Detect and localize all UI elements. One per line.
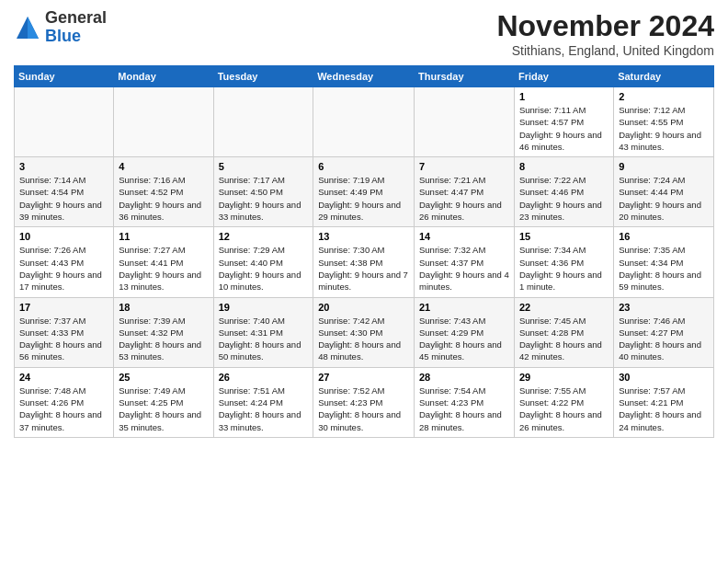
day-number: 19 (219, 302, 309, 313)
day-info: Sunrise: 7:17 AMSunset: 4:50 PMDaylight:… (219, 174, 309, 223)
calendar-cell: 21Sunrise: 7:43 AMSunset: 4:29 PMDayligh… (415, 297, 515, 367)
calendar-cell: 26Sunrise: 7:51 AMSunset: 4:24 PMDayligh… (213, 367, 313, 437)
day-info: Sunrise: 7:26 AMSunset: 4:43 PMDaylight:… (19, 244, 108, 293)
calendar-cell: 11Sunrise: 7:27 AMSunset: 4:41 PMDayligh… (114, 227, 213, 297)
calendar-cell: 6Sunrise: 7:19 AMSunset: 4:49 PMDaylight… (313, 157, 415, 227)
day-number: 8 (519, 161, 609, 172)
day-info: Sunrise: 7:32 AMSunset: 4:37 PMDaylight:… (419, 244, 509, 293)
calendar-cell: 13Sunrise: 7:30 AMSunset: 4:38 PMDayligh… (313, 227, 415, 297)
calendar-body: 1Sunrise: 7:11 AMSunset: 4:57 PMDaylight… (15, 87, 714, 438)
day-info: Sunrise: 7:34 AMSunset: 4:36 PMDaylight:… (519, 244, 609, 293)
calendar-cell: 7Sunrise: 7:21 AMSunset: 4:47 PMDaylight… (415, 157, 515, 227)
day-number: 22 (519, 302, 609, 313)
calendar-cell: 18Sunrise: 7:39 AMSunset: 4:32 PMDayligh… (114, 297, 213, 367)
day-number: 29 (519, 372, 609, 383)
calendar-cell (313, 87, 415, 157)
day-number: 9 (619, 161, 709, 172)
day-info: Sunrise: 7:54 AMSunset: 4:23 PMDaylight:… (419, 385, 509, 433)
day-info: Sunrise: 7:12 AMSunset: 4:55 PMDaylight:… (619, 104, 709, 153)
day-info: Sunrise: 7:27 AMSunset: 4:41 PMDaylight:… (119, 244, 208, 293)
day-number: 4 (119, 161, 208, 172)
day-number: 28 (419, 372, 509, 383)
calendar-cell: 28Sunrise: 7:54 AMSunset: 4:23 PMDayligh… (415, 367, 515, 437)
day-info: Sunrise: 7:21 AMSunset: 4:47 PMDaylight:… (419, 174, 509, 223)
day-number: 30 (619, 372, 709, 383)
day-number: 17 (19, 302, 108, 313)
day-number: 6 (318, 161, 409, 172)
day-info: Sunrise: 7:43 AMSunset: 4:29 PMDaylight:… (419, 315, 509, 363)
day-info: Sunrise: 7:35 AMSunset: 4:34 PMDaylight:… (619, 244, 709, 293)
day-number: 14 (419, 231, 509, 242)
day-info: Sunrise: 7:22 AMSunset: 4:46 PMDaylight:… (519, 174, 609, 223)
calendar-cell: 30Sunrise: 7:57 AMSunset: 4:21 PMDayligh… (614, 367, 714, 437)
day-of-week-header: Sunday (15, 66, 114, 87)
calendar-cell: 10Sunrise: 7:26 AMSunset: 4:43 PMDayligh… (15, 227, 114, 297)
calendar-week-row: 1Sunrise: 7:11 AMSunset: 4:57 PMDaylight… (15, 87, 714, 157)
day-number: 2 (619, 91, 709, 102)
calendar-week-row: 3Sunrise: 7:14 AMSunset: 4:54 PMDaylight… (15, 157, 714, 227)
day-number: 11 (119, 231, 208, 242)
day-of-week-header: Thursday (415, 66, 515, 87)
calendar-cell: 19Sunrise: 7:40 AMSunset: 4:31 PMDayligh… (213, 297, 313, 367)
day-info: Sunrise: 7:45 AMSunset: 4:28 PMDaylight:… (519, 315, 609, 363)
calendar-cell: 22Sunrise: 7:45 AMSunset: 4:28 PMDayligh… (514, 297, 613, 367)
logo-general: General (45, 9, 107, 28)
calendar-cell (415, 87, 515, 157)
day-info: Sunrise: 7:29 AMSunset: 4:40 PMDaylight:… (219, 244, 309, 293)
day-info: Sunrise: 7:57 AMSunset: 4:21 PMDaylight:… (619, 385, 709, 433)
logo-icon (14, 14, 41, 41)
day-number: 12 (219, 231, 309, 242)
day-number: 20 (318, 302, 409, 313)
day-info: Sunrise: 7:42 AMSunset: 4:30 PMDaylight:… (318, 315, 409, 363)
day-info: Sunrise: 7:30 AMSunset: 4:38 PMDaylight:… (318, 244, 409, 293)
day-info: Sunrise: 7:55 AMSunset: 4:22 PMDaylight:… (519, 385, 609, 433)
calendar-header: SundayMondayTuesdayWednesdayThursdayFrid… (15, 66, 714, 87)
calendar-cell: 23Sunrise: 7:46 AMSunset: 4:27 PMDayligh… (614, 297, 714, 367)
calendar-cell: 5Sunrise: 7:17 AMSunset: 4:50 PMDaylight… (213, 157, 313, 227)
calendar-week-row: 17Sunrise: 7:37 AMSunset: 4:33 PMDayligh… (15, 297, 714, 367)
day-number: 7 (419, 161, 509, 172)
calendar-cell: 24Sunrise: 7:48 AMSunset: 4:26 PMDayligh… (15, 367, 114, 437)
calendar-cell (15, 87, 114, 157)
day-number: 10 (19, 231, 108, 242)
calendar-cell: 3Sunrise: 7:14 AMSunset: 4:54 PMDaylight… (15, 157, 114, 227)
day-info: Sunrise: 7:48 AMSunset: 4:26 PMDaylight:… (19, 385, 108, 433)
day-info: Sunrise: 7:49 AMSunset: 4:25 PMDaylight:… (119, 385, 208, 433)
day-of-week-header: Tuesday (213, 66, 313, 87)
day-info: Sunrise: 7:16 AMSunset: 4:52 PMDaylight:… (119, 174, 208, 223)
calendar-cell: 25Sunrise: 7:49 AMSunset: 4:25 PMDayligh… (114, 367, 213, 437)
day-info: Sunrise: 7:11 AMSunset: 4:57 PMDaylight:… (519, 104, 609, 153)
day-number: 5 (219, 161, 309, 172)
day-number: 21 (419, 302, 509, 313)
day-number: 23 (619, 302, 709, 313)
calendar-cell: 27Sunrise: 7:52 AMSunset: 4:23 PMDayligh… (313, 367, 415, 437)
calendar: SundayMondayTuesdayWednesdayThursdayFrid… (14, 65, 714, 438)
day-of-week-header: Saturday (614, 66, 714, 87)
day-info: Sunrise: 7:19 AMSunset: 4:49 PMDaylight:… (318, 174, 409, 223)
calendar-cell (213, 87, 313, 157)
day-info: Sunrise: 7:39 AMSunset: 4:32 PMDaylight:… (119, 315, 208, 363)
calendar-cell: 4Sunrise: 7:16 AMSunset: 4:52 PMDaylight… (114, 157, 213, 227)
calendar-cell: 16Sunrise: 7:35 AMSunset: 4:34 PMDayligh… (614, 227, 714, 297)
day-of-week-header: Friday (514, 66, 613, 87)
day-info: Sunrise: 7:24 AMSunset: 4:44 PMDaylight:… (619, 174, 709, 223)
calendar-cell: 8Sunrise: 7:22 AMSunset: 4:46 PMDaylight… (514, 157, 613, 227)
calendar-cell: 12Sunrise: 7:29 AMSunset: 4:40 PMDayligh… (213, 227, 313, 297)
day-number: 3 (19, 161, 108, 172)
location: Stithians, England, United Kingdom (496, 43, 714, 58)
day-number: 24 (19, 372, 108, 383)
day-info: Sunrise: 7:40 AMSunset: 4:31 PMDaylight:… (219, 315, 309, 363)
calendar-cell: 2Sunrise: 7:12 AMSunset: 4:55 PMDaylight… (614, 87, 714, 157)
day-info: Sunrise: 7:46 AMSunset: 4:27 PMDaylight:… (619, 315, 709, 363)
day-of-week-header: Monday (114, 66, 213, 87)
day-number: 26 (219, 372, 309, 383)
svg-marker-1 (28, 17, 39, 39)
day-number: 27 (318, 372, 409, 383)
calendar-cell: 17Sunrise: 7:37 AMSunset: 4:33 PMDayligh… (15, 297, 114, 367)
day-of-week-header: Wednesday (313, 66, 415, 87)
day-number: 1 (519, 91, 609, 102)
calendar-cell (114, 87, 213, 157)
day-number: 18 (119, 302, 208, 313)
day-info: Sunrise: 7:14 AMSunset: 4:54 PMDaylight:… (19, 174, 108, 223)
month-title: November 2024 (496, 9, 714, 43)
